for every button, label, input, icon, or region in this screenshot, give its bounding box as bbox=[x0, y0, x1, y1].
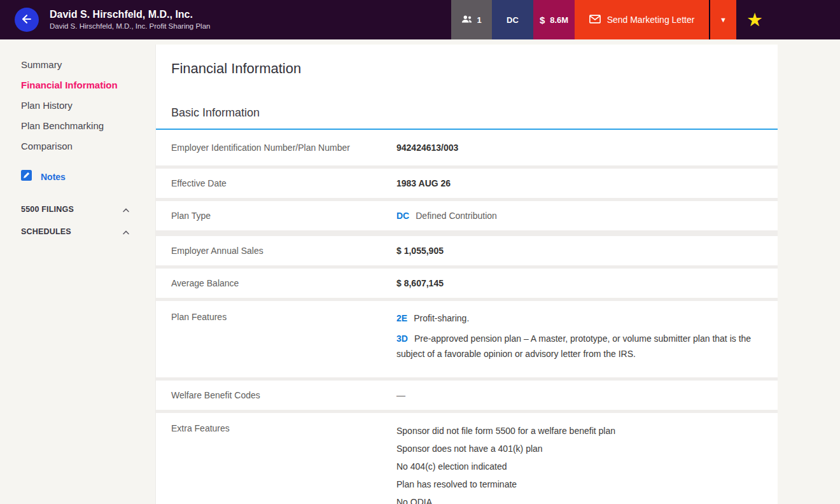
sidebar-section-schedules[interactable]: SCHEDULES bbox=[21, 226, 129, 237]
chevron-up-icon bbox=[123, 226, 129, 237]
chevron-up-icon bbox=[123, 204, 129, 215]
plan-type-value: DC bbox=[507, 15, 519, 25]
row-value: $ 1,055,905 bbox=[396, 244, 444, 257]
chevron-down-icon: ▼ bbox=[720, 16, 727, 24]
info-rows: Employer Identification Number/Plan Numb… bbox=[156, 130, 778, 504]
schedules-section-label: SCHEDULES bbox=[21, 227, 71, 236]
sidebar-item-summary[interactable]: Summary bbox=[21, 59, 155, 71]
filings-section-label: 5500 FILINGS bbox=[21, 205, 74, 214]
row-label: Effective Date bbox=[171, 177, 396, 190]
plan-title-block: David S. Hirschfeld, M.D., Inc. David S.… bbox=[50, 0, 210, 39]
plan-type-text: Defined Contribution bbox=[416, 211, 497, 221]
sidebar-item-plan-benchmarking[interactable]: Plan Benchmarking bbox=[21, 120, 155, 132]
envelope-icon bbox=[589, 15, 601, 25]
send-options-dropdown[interactable]: ▼ bbox=[710, 0, 736, 39]
feature-code: 3D bbox=[396, 333, 408, 344]
sidebar-item-comparison[interactable]: Comparison bbox=[21, 140, 155, 152]
row-value: 2EProfit-sharing. 3DPre-approved pension… bbox=[396, 311, 762, 361]
sidebar: Summary Financial Information Plan Histo… bbox=[0, 39, 155, 504]
row-plan-type: Plan Type DCDefined Contribution bbox=[156, 201, 778, 230]
row-label: Extra Features bbox=[171, 422, 396, 435]
plan-subtitle: David S. Hirschfeld, M.D., Inc. Profit S… bbox=[50, 21, 210, 31]
arrow-left-icon bbox=[20, 13, 33, 27]
row-value: — bbox=[396, 389, 405, 402]
feature-code: 2E bbox=[396, 313, 407, 323]
dollar-sign: $ bbox=[540, 15, 545, 25]
header-spacer bbox=[210, 0, 451, 39]
main-content: Financial Information Basic Information … bbox=[155, 39, 840, 504]
page-title: Financial Information bbox=[156, 45, 778, 78]
sidebar-item-financial-information[interactable]: Financial Information bbox=[21, 79, 155, 91]
extra-feature-item: Sponsor does not have a 401(k) plan bbox=[396, 440, 615, 458]
top-header: David S. Hirschfeld, M.D., Inc. David S.… bbox=[0, 0, 840, 39]
send-marketing-letter-button[interactable]: Send Marketing Letter bbox=[575, 0, 709, 39]
row-extra-features: Extra Features Sponsor did not file form… bbox=[156, 413, 778, 504]
row-effective-date: Effective Date 1983 AUG 26 bbox=[156, 169, 778, 198]
sidebar-item-plan-history[interactable]: Plan History bbox=[21, 99, 155, 111]
row-value: Sponsor did not file form 5500 for a wel… bbox=[396, 422, 615, 504]
feature-text: Profit-sharing. bbox=[414, 313, 469, 323]
notes-label: Notes bbox=[41, 172, 66, 182]
row-value: 1983 AUG 26 bbox=[396, 177, 451, 190]
plan-feature-item: 2EProfit-sharing. bbox=[396, 311, 762, 326]
row-plan-features: Plan Features 2EProfit-sharing. 3DPre-ap… bbox=[156, 301, 778, 377]
row-label: Welfare Benefit Codes bbox=[171, 389, 396, 402]
pencil-icon bbox=[21, 170, 32, 183]
row-value: $ 8,607,145 bbox=[396, 277, 444, 290]
feature-text: Pre-approved pension plan – A master, pr… bbox=[396, 333, 751, 359]
extra-feature-item: No 404(c) election indicated bbox=[396, 458, 615, 475]
back-button[interactable] bbox=[15, 8, 39, 32]
extra-feature-item: Sponsor did not file form 5500 for a wel… bbox=[396, 422, 615, 440]
row-employer-annual-sales: Employer Annual Sales $ 1,055,905 bbox=[156, 236, 778, 265]
plan-type-badge: DC bbox=[492, 0, 533, 39]
plan-assets-value: 8.6M bbox=[550, 15, 568, 25]
favorite-zone: ★ bbox=[736, 0, 840, 39]
send-marketing-letter-label: Send Marketing Letter bbox=[607, 15, 695, 25]
extra-feature-item: Plan has resolved to terminate bbox=[396, 475, 615, 493]
sidebar-item-notes[interactable]: Notes bbox=[21, 170, 155, 183]
row-label: Employer Identification Number/Plan Numb… bbox=[171, 141, 396, 154]
section-title-basic-information: Basic Information bbox=[156, 106, 778, 130]
page-body: Summary Financial Information Plan Histo… bbox=[0, 39, 840, 504]
row-welfare-benefit-codes: Welfare Benefit Codes — bbox=[156, 381, 778, 410]
row-label: Average Balance bbox=[171, 277, 396, 290]
row-label: Plan Type bbox=[171, 209, 396, 222]
row-ein-plan-number: Employer Identification Number/Plan Numb… bbox=[156, 130, 778, 165]
favorite-star-icon[interactable]: ★ bbox=[746, 11, 763, 29]
plan-type-code: DC bbox=[396, 211, 409, 221]
row-label: Employer Annual Sales bbox=[171, 244, 396, 257]
financial-information-panel: Financial Information Basic Information … bbox=[155, 45, 778, 504]
row-value: DCDefined Contribution bbox=[396, 209, 497, 222]
plan-feature-item: 3DPre-approved pension plan – A master, … bbox=[396, 331, 762, 361]
plan-assets-badge: $ 8.6M bbox=[533, 0, 575, 39]
company-title: David S. Hirschfeld, M.D., Inc. bbox=[50, 8, 210, 21]
participant-count-value: 1 bbox=[477, 15, 481, 25]
people-icon bbox=[461, 15, 473, 25]
row-average-balance: Average Balance $ 8,607,145 bbox=[156, 269, 778, 298]
row-label: Plan Features bbox=[171, 311, 396, 323]
extra-feature-item: No QDIA bbox=[396, 493, 615, 504]
sidebar-section-5500-filings[interactable]: 5500 FILINGS bbox=[21, 204, 129, 215]
participant-count-badge: 1 bbox=[451, 0, 492, 39]
row-value: 942424613/003 bbox=[396, 141, 458, 154]
